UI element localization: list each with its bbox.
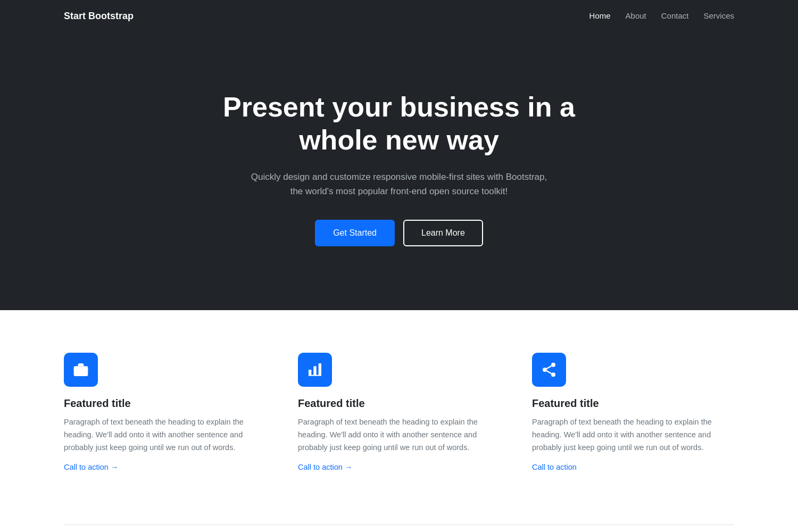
briefcase-icon xyxy=(72,361,89,378)
feature-title-3: Featured title xyxy=(532,397,734,410)
feature-text-2: Paragraph of text beneath the heading to… xyxy=(298,416,500,454)
navbar-nav: Home About Contact Services xyxy=(589,11,734,21)
nav-item-home[interactable]: Home xyxy=(589,11,611,20)
feature-text-3: Paragraph of text beneath the heading to… xyxy=(532,416,734,454)
feature-title-2: Featured title xyxy=(298,397,500,410)
share-icon xyxy=(541,361,558,378)
svg-point-7 xyxy=(551,372,555,377)
svg-rect-3 xyxy=(313,366,316,375)
footer-divider xyxy=(64,525,734,525)
hero-subheading: Quickly design and customize responsive … xyxy=(250,170,548,198)
feature-text-1: Paragraph of text beneath the heading to… xyxy=(64,416,266,454)
feature-icon-3 xyxy=(532,353,566,387)
feature-link-2[interactable]: Call to action → xyxy=(298,463,500,471)
hero-section: Present your business in a whole new way… xyxy=(0,32,798,310)
svg-point-5 xyxy=(551,363,555,367)
navbar: Start Bootstrap Home About Contact Servi… xyxy=(0,0,798,32)
feature-icon-1 xyxy=(64,353,98,387)
nav-item-about[interactable]: About xyxy=(626,11,646,20)
feature-link-1[interactable]: Call to action → xyxy=(64,463,266,471)
feature-card-3: Featured title Paragraph of text beneath… xyxy=(532,353,734,471)
feature-icon-2 xyxy=(298,353,332,387)
feature-card-2: Featured title Paragraph of text beneath… xyxy=(298,353,500,471)
svg-line-8 xyxy=(546,371,551,373)
svg-rect-4 xyxy=(319,363,321,376)
hero-heading: Present your business in a whole new way xyxy=(213,90,585,157)
feature-card-1: Featured title Paragraph of text beneath… xyxy=(64,353,266,471)
nav-item-services[interactable]: Services xyxy=(703,11,734,20)
feature-link-3[interactable]: Call to action xyxy=(532,463,734,471)
nav-item-contact[interactable]: Contact xyxy=(661,11,689,20)
feature-title-1: Featured title xyxy=(64,397,266,410)
navbar-brand[interactable]: Start Bootstrap xyxy=(64,11,134,22)
hero-buttons: Get Started Learn More xyxy=(11,220,787,246)
svg-line-9 xyxy=(546,366,551,369)
chart-icon xyxy=(306,361,323,378)
features-section: Featured title Paragraph of text beneath… xyxy=(0,310,798,525)
svg-point-6 xyxy=(543,368,547,372)
learn-more-button[interactable]: Learn More xyxy=(403,220,483,246)
svg-rect-0 xyxy=(74,366,88,376)
features-grid: Featured title Paragraph of text beneath… xyxy=(64,353,734,471)
get-started-button[interactable]: Get Started xyxy=(315,220,395,246)
svg-rect-2 xyxy=(309,370,311,376)
